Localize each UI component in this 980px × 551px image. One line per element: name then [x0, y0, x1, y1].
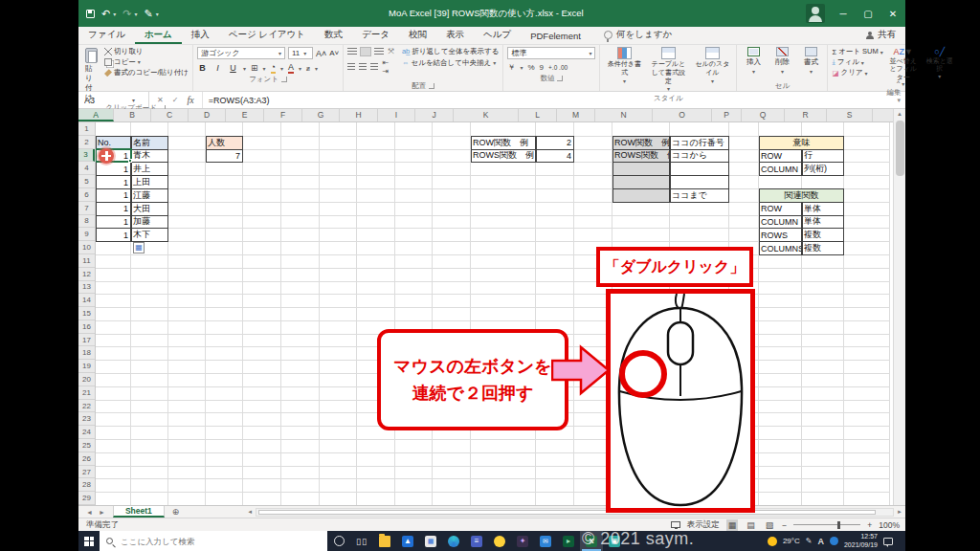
column-header-L[interactable]: L	[519, 109, 557, 121]
cell-O5[interactable]	[670, 175, 729, 189]
percent-icon[interactable]: %	[527, 63, 534, 72]
column-header-R[interactable]: R	[785, 109, 827, 121]
tab-データ[interactable]: データ	[352, 27, 399, 44]
close-button[interactable]: ✕	[880, 0, 905, 27]
row-header-5[interactable]: 5	[78, 175, 95, 188]
column-header-Q[interactable]: Q	[742, 109, 785, 121]
start-button[interactable]	[78, 531, 100, 551]
font-size-select[interactable]: 11▾	[288, 47, 313, 59]
row-header-15[interactable]: 15	[78, 307, 95, 320]
cell-L3[interactable]: 4	[536, 149, 574, 164]
scroll-up-icon[interactable]: ▲	[894, 109, 905, 117]
cell-R4[interactable]: 列(桁)	[802, 162, 844, 176]
cell-Q6[interactable]: 関連関数	[759, 188, 844, 203]
tab-PDFelement[interactable]: PDFelement	[521, 29, 590, 44]
prev-sheet-icon[interactable]: ◄	[86, 509, 93, 516]
fill-color-icon[interactable]: ◔	[271, 62, 276, 74]
decimal-icons[interactable]: +.0 .00	[548, 64, 568, 71]
row-header-6[interactable]: 6	[78, 188, 95, 202]
sort-filter-button[interactable]: AZ▼並べ替えとフィルター▾	[887, 47, 920, 88]
row-header-11[interactable]: 11	[78, 254, 95, 268]
worksheet[interactable]: ABCDEFGHIJKLMNOPQRS 12345678910111213141…	[78, 109, 905, 505]
cell-O3[interactable]: ココから	[670, 149, 729, 164]
column-header-H[interactable]: H	[340, 109, 378, 121]
zoom-out-icon[interactable]: −	[782, 520, 787, 530]
cell-A7[interactable]: 1	[96, 202, 131, 216]
row-header-22[interactable]: 22	[78, 400, 95, 413]
tray-pen-icon[interactable]: ✎	[806, 537, 813, 545]
horizontal-scrollbar[interactable]: ◄ ►	[244, 506, 905, 518]
fill-button[interactable]: ⤓ フィル ▾	[832, 57, 882, 67]
share-button[interactable]: 共有	[857, 29, 905, 44]
horizontal-scroll-thumb[interactable]	[258, 510, 876, 515]
autofill-options-button[interactable]: ▦	[133, 242, 145, 253]
column-header-F[interactable]: F	[264, 109, 302, 121]
row-header-23[interactable]: 23	[78, 412, 95, 426]
sheet-tab-sheet1[interactable]: Sheet1	[113, 506, 165, 518]
cortana-icon[interactable]	[327, 531, 350, 551]
taskbar-clock[interactable]: 12:57 2021/09/19	[844, 533, 878, 550]
undo-icon[interactable]: ↶	[101, 9, 110, 19]
row-header-4[interactable]: 4	[78, 162, 95, 175]
cell-A9[interactable]: 1	[96, 228, 131, 242]
align-right-icon[interactable]	[370, 63, 378, 71]
column-header-O[interactable]: O	[653, 109, 712, 121]
column-header-P[interactable]: P	[712, 109, 742, 121]
file-explorer-icon[interactable]	[373, 531, 396, 551]
account-avatar[interactable]	[806, 4, 825, 23]
italic-button[interactable]: I	[212, 63, 223, 73]
column-header-K[interactable]: K	[454, 109, 519, 121]
number-dialog-launcher[interactable]	[557, 76, 563, 81]
taskbar-search-input[interactable]	[119, 536, 291, 547]
cell-Q8[interactable]: COLUMN	[759, 215, 802, 230]
wrap-text-button[interactable]: ab̲ 折り返して全体を表示する	[402, 47, 500, 56]
fill-handle[interactable]	[128, 159, 132, 163]
copy-button[interactable]: コピー ▾	[104, 57, 189, 68]
row-header-25[interactable]: 25	[78, 439, 95, 452]
cell-B7[interactable]: 大田	[131, 202, 168, 216]
formula-input[interactable]: =ROWS(A3:A3)	[203, 92, 893, 108]
column-header-M[interactable]: M	[557, 109, 595, 121]
new-sheet-icon[interactable]: ⊕	[165, 506, 188, 518]
column-header-J[interactable]: J	[415, 109, 454, 121]
save-icon[interactable]	[86, 10, 95, 18]
cell-A5[interactable]: 1	[96, 175, 131, 189]
temperature-label[interactable]: 29°C	[783, 537, 800, 545]
column-header-C[interactable]: C	[151, 109, 189, 121]
cell-B9[interactable]: 木下	[131, 228, 168, 242]
bold-button[interactable]: B	[197, 63, 208, 73]
cell-D3[interactable]: 7	[206, 149, 243, 164]
qat-customize-icon[interactable]: ▾	[156, 11, 159, 17]
cell-grid[interactable]: No.名前1青木1井上1上田1江藤1大田1加藤1木下人数7ROW関数 例2ROW…	[96, 122, 893, 505]
align-bottom-icon[interactable]	[374, 48, 384, 55]
align-middle-icon[interactable]	[361, 48, 370, 55]
undo-dropdown-icon[interactable]: ▾	[113, 11, 116, 17]
cell-B3[interactable]: 青木	[131, 149, 168, 164]
zoom-in-icon[interactable]: +	[867, 520, 872, 530]
cell-B5[interactable]: 上田	[131, 175, 168, 189]
page-layout-view-icon[interactable]: ▤	[745, 519, 757, 531]
edge-icon[interactable]	[442, 531, 465, 551]
align-center-icon[interactable]	[359, 63, 367, 71]
column-header-S[interactable]: S	[827, 109, 873, 121]
cell-R3[interactable]: 行	[802, 149, 844, 164]
column-header-N[interactable]: N	[595, 109, 653, 121]
find-select-button[interactable]: ○╱検索と選択▾	[924, 47, 956, 80]
column-header-B[interactable]: B	[114, 109, 151, 121]
photos-icon[interactable]: ▲	[396, 531, 419, 551]
row-header-16[interactable]: 16	[78, 320, 95, 334]
column-header-G[interactable]: G	[302, 109, 340, 121]
minimize-button[interactable]: ─	[831, 0, 856, 27]
tab-ページ レイアウト[interactable]: ページ レイアウト	[219, 27, 315, 44]
tab-表示[interactable]: 表示	[436, 27, 474, 44]
cell-Q4[interactable]: COLUMN	[759, 162, 802, 176]
scroll-right-icon[interactable]: ►	[894, 509, 905, 515]
cell-Q7[interactable]: ROW	[759, 202, 802, 216]
cell-N4[interactable]	[612, 162, 670, 176]
row-header-10[interactable]: 10	[78, 241, 95, 254]
cut-button[interactable]: 切り取り	[104, 47, 189, 57]
row-header-24[interactable]: 24	[78, 426, 95, 439]
insert-cells-button[interactable]: 挿入▾	[741, 47, 766, 75]
mail-icon[interactable]: ✉	[534, 531, 557, 551]
alignment-dialog-launcher[interactable]	[429, 83, 434, 89]
